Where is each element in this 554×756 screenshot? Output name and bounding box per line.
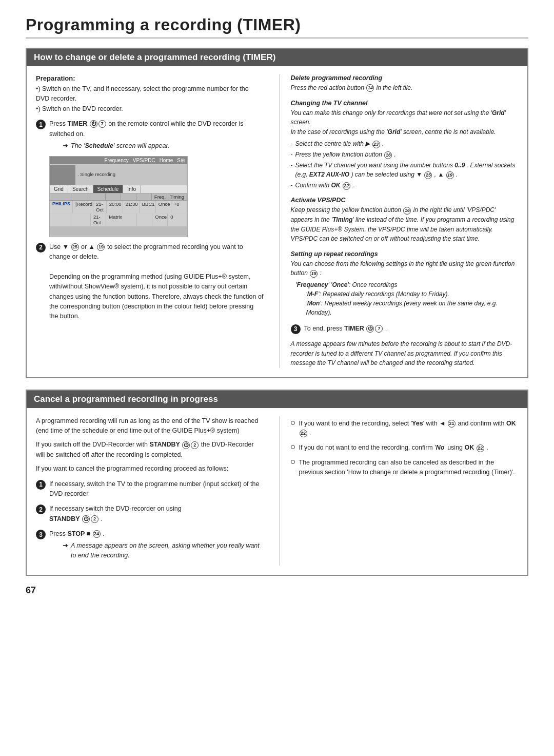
circ-15: 15 — [310, 270, 318, 278]
screen-inner: . Single recording Grid Search Schedule … — [50, 164, 187, 237]
section1-content: Preparation: •) Switch on the TV, and if… — [27, 66, 527, 377]
cancel-bullet3-text: The programmed recording can also be can… — [299, 458, 519, 478]
row2-type — [71, 214, 91, 226]
section1-left: Preparation: •) Switch on the TV, and if… — [36, 74, 264, 368]
section2-left: A programmed recording will run as long … — [36, 416, 264, 566]
section1-title: How to change or delete a programmed rec… — [27, 49, 527, 66]
row1-type: |Record — [73, 201, 93, 213]
step2-detail: Depending on the programming method (usi… — [49, 273, 263, 320]
screen-row2: 21-Oct Matrix Once 0 — [50, 214, 187, 226]
section2-two-col: A programmed recording will run as long … — [36, 416, 518, 566]
col-type — [71, 193, 90, 200]
col-end — [121, 193, 136, 200]
prep-line2: •) Switch on the DVD recorder. — [36, 105, 123, 112]
col-timing: Timing — [167, 193, 187, 200]
row2-title: Matrix — [106, 214, 137, 226]
menu-grid: Grid — [50, 185, 68, 193]
delete-title: Delete programmed recording — [291, 74, 519, 82]
step3-number: 3 — [291, 324, 301, 334]
screen-row1: PHILIPS |Record 21-Oct 20:00 21:30 BBC1 … — [50, 201, 187, 214]
screen-home: Home — [160, 158, 173, 163]
preparation-text: •) Switch on the TV, and if necessary, s… — [36, 84, 264, 114]
page-title: Programming a recording (TIMER) — [26, 15, 528, 34]
row2-freq: Once — [152, 214, 168, 226]
step2: 2 Use ▼ 25 or ▲ 19 to select the program… — [36, 242, 264, 322]
step3-content: To end, press TIMER ⏻7 . — [304, 324, 519, 334]
step2-number: 2 — [36, 243, 46, 253]
section1-two-col: Preparation: •) Switch on the TV, and if… — [36, 74, 518, 368]
dash-item4: - Confirm with OK 22 . — [291, 181, 519, 190]
row1-end: 21:30 — [123, 201, 140, 213]
cancel-bullet3: The programmed recording can also be can… — [291, 458, 519, 478]
dash-text4: Confirm with OK 22 . — [295, 181, 354, 190]
circ-25a: 25 — [71, 243, 79, 251]
section1-box: How to change or delete a programmed rec… — [26, 48, 528, 378]
step3-right: 3 To end, press TIMER ⏻7 . — [291, 324, 519, 334]
dash-item1: - Select the centre tile with ▶ 23 . — [291, 139, 519, 148]
cancel-step3: 3 Press STOP ■ 24 . ➜ A message appears … — [36, 529, 264, 560]
bullet-circle3 — [291, 460, 295, 464]
cancel-para1: A programmed recording will run as long … — [36, 416, 264, 436]
circ-7b: 7 — [375, 325, 383, 333]
changing-tv-items: - Select the centre tile with ▶ 23 . - P… — [291, 139, 519, 190]
dash2: - — [291, 150, 293, 159]
circ-25b: 25 — [424, 171, 432, 179]
circ-power4: ⏻ — [82, 515, 90, 523]
row1-start: 20:00 — [107, 201, 123, 213]
setting-text: You can choose from the following settin… — [291, 259, 519, 278]
changing-tv-title: Changing the TV channel — [291, 100, 519, 107]
step2-content: Use ▼ 25 or ▲ 19 to select the programme… — [49, 242, 264, 322]
screen-single-text: . Single recording — [77, 171, 185, 177]
step1-arrow-text: The 'Schedule' screen will appear. — [71, 141, 170, 151]
setting-title: Setting up repeat recordings — [291, 250, 519, 258]
delete-text: Press the red action button 14 in the le… — [291, 83, 519, 93]
circ-22c: 22 — [477, 444, 484, 452]
cancel-step2: 2 If necessary switch the DVD-recorder o… — [36, 504, 264, 524]
screen-thumbnail — [50, 165, 75, 185]
freq-mon: 'Mon': Repeated weekly recordings (every… — [306, 299, 519, 317]
dash-text1: Select the centre tile with ▶ 23 . — [295, 139, 384, 148]
circ-2a: 2 — [191, 441, 199, 449]
screen-logo: PHILIPS — [50, 201, 73, 213]
row1-date: 21-Oct — [93, 201, 107, 213]
dash-text2: Press the yellow function button 16 . — [295, 150, 396, 159]
circ-14: 14 — [366, 84, 374, 92]
menu-schedule: Schedule — [93, 185, 124, 193]
activate-vps-subsection: Activate VPS/PDC Keep pressing the yello… — [291, 197, 519, 243]
circ-22b: 22 — [300, 430, 307, 437]
cancel-step1-content: If necessary, switch the TV to the progr… — [49, 479, 264, 499]
cancel-bullet1-text: If you want to end the recording, select… — [299, 419, 519, 439]
dash-item2: - Press the yellow function button 16 . — [291, 150, 519, 159]
cancel-para2: If you switch off the DVD-Recorder with … — [36, 440, 264, 460]
bullet-circle2 — [291, 445, 295, 449]
cancel-step3-content: Press STOP ■ 24 . ➜ A message appears on… — [49, 529, 264, 560]
screen-top-bar: Frequency VPS/PDC Home S⊞ — [50, 157, 187, 164]
cancel-para3: If you want to cancel the programmed rec… — [36, 464, 264, 474]
step1-number: 1 — [36, 120, 46, 129]
screen-vpspdc: VPS/PDC — [133, 158, 155, 163]
prep-line1: •) Switch on the TV, and if necessary, s… — [36, 85, 249, 102]
section1-right: Delete programmed recording Press the re… — [279, 74, 519, 368]
cancel-bullet2-text: If you do not want to end the recording,… — [299, 443, 488, 453]
circ-power2: ⏻ — [366, 325, 374, 333]
section2-box: Cancel a programmed recording in progres… — [26, 390, 528, 576]
step1-content: Press TIMER ⏻7 on the remote control whi… — [49, 119, 264, 151]
col-date — [90, 193, 106, 200]
cancel-bullet1: If you want to end the recording, select… — [291, 419, 519, 439]
row2-ch — [137, 214, 152, 226]
circ-19b: 19 — [446, 171, 454, 179]
circ-21: 21 — [448, 420, 456, 428]
screen-freq: Frequency — [104, 158, 128, 163]
dash4: - — [291, 181, 293, 190]
cancel-step3-num: 3 — [36, 530, 46, 539]
changing-tv-subsection: Changing the TV channel You can make thi… — [291, 100, 519, 190]
title-divider — [26, 37, 528, 38]
section2-right: If you want to end the recording, select… — [279, 416, 519, 566]
setting-subsection: Setting up repeat recordings You can cho… — [291, 250, 519, 317]
cancel-step2-num: 2 — [36, 505, 46, 514]
col-ch — [136, 193, 152, 200]
preparation-label: Preparation: — [36, 74, 264, 82]
delete-subsection: Delete programmed recording Press the re… — [291, 74, 519, 93]
freq-mf: 'M-F': Repeated daily recordings (Monday… — [306, 289, 519, 299]
step1: 1 Press TIMER ⏻7 on the remote control w… — [36, 119, 264, 151]
